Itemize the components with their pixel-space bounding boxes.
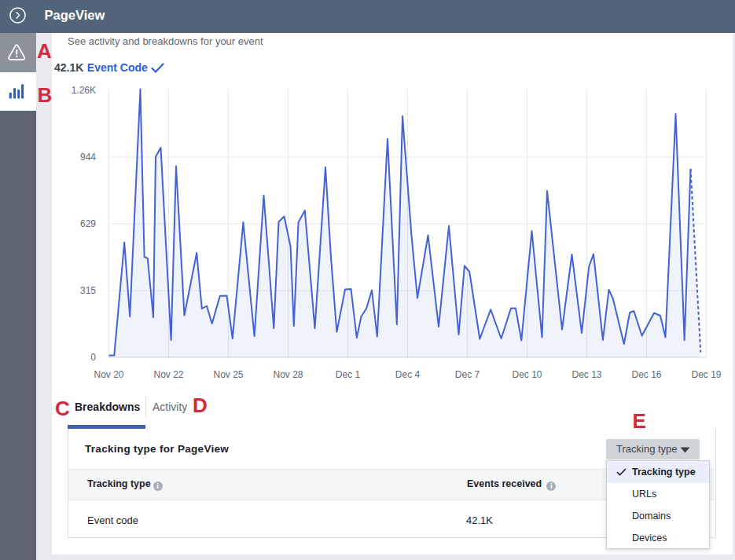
svg-text:0: 0 — [90, 352, 96, 363]
svg-text:1.26K: 1.26K — [72, 85, 96, 96]
svg-text:Dec 4: Dec 4 — [395, 369, 421, 380]
svg-text:Dec 7: Dec 7 — [455, 369, 480, 380]
svg-text:Nov 28: Nov 28 — [273, 369, 303, 380]
svg-text:Dec 16: Dec 16 — [631, 369, 661, 380]
svg-text:Nov 22: Nov 22 — [153, 369, 183, 380]
svg-text:Dec 10: Dec 10 — [512, 369, 542, 380]
svg-text:Nov 20: Nov 20 — [94, 369, 123, 380]
svg-text:629: 629 — [80, 218, 96, 229]
svg-text:Dec 13: Dec 13 — [571, 369, 601, 380]
svg-text:Dec 19: Dec 19 — [691, 369, 721, 380]
svg-text:Nov 25: Nov 25 — [213, 369, 243, 380]
svg-text:315: 315 — [80, 285, 96, 296]
svg-text:Dec 1: Dec 1 — [336, 369, 361, 380]
svg-text:944: 944 — [80, 152, 96, 163]
